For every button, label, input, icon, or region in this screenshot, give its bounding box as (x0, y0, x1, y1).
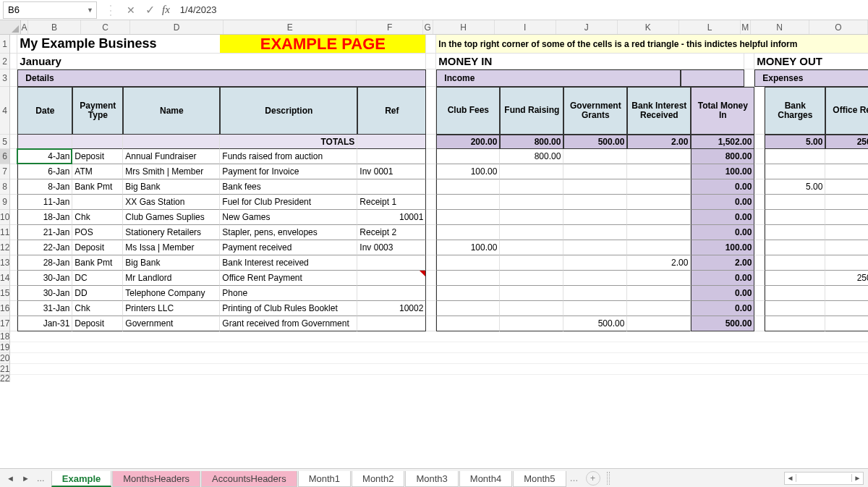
cells-area[interactable]: My Example Business EXAMPLE PAGE In the … (10, 35, 868, 382)
cell-name[interactable]: Mr Landlord (123, 271, 220, 286)
add-sheet-button[interactable]: + (586, 471, 600, 486)
cell-total-money-in[interactable]: 0.00 (691, 301, 754, 316)
cell-name[interactable]: Stationery Retailers (123, 225, 220, 240)
cell[interactable] (357, 135, 426, 149)
cell[interactable] (426, 54, 436, 69)
row-header-13[interactable]: 13 (0, 255, 9, 271)
cell[interactable] (10, 195, 17, 210)
cell-description[interactable]: Phone (220, 286, 357, 301)
cell-payment-type[interactable]: DC (72, 271, 123, 286)
cell[interactable] (426, 225, 436, 240)
cell-description[interactable]: New Games (220, 210, 357, 225)
cell[interactable] (426, 87, 436, 135)
cell-fund-raising[interactable] (500, 240, 563, 255)
cell-fund-raising[interactable] (500, 316, 563, 331)
cell-total-money-in[interactable]: 100.00 (691, 164, 754, 179)
cell-bank-interest[interactable] (627, 164, 691, 179)
cell-description[interactable]: Payment for Invoice (220, 164, 357, 179)
col-header-L[interactable]: L (679, 20, 741, 34)
total-gov-grants[interactable]: 500.00 (563, 135, 627, 149)
tab-month1[interactable]: Month1 (298, 471, 351, 487)
cell-bank-interest[interactable]: 2.00 (627, 255, 691, 271)
cell[interactable] (681, 69, 744, 87)
tab-example[interactable]: Example (51, 471, 111, 487)
cell-bank-charges[interactable] (765, 240, 825, 255)
cell-ref[interactable]: Receipt 2 (357, 225, 426, 240)
cell-description[interactable]: Bank fees (220, 179, 357, 195)
chevron-down-icon[interactable]: ▼ (87, 7, 93, 14)
col-header-M[interactable]: M (741, 20, 751, 34)
cell-description[interactable]: Payment received (220, 240, 357, 255)
hdr-club-fees[interactable]: Club Fees (436, 87, 500, 135)
cell-ref[interactable]: 10002 (357, 301, 426, 316)
cell-fund-raising[interactable] (500, 225, 563, 240)
cell-bank-charges[interactable] (765, 210, 825, 225)
cell-office-rent[interactable]: 250.00 (825, 271, 868, 286)
cell-payment-type[interactable]: Bank Pmt (72, 255, 123, 271)
total-club-fees[interactable]: 200.00 (436, 135, 500, 149)
month-label[interactable]: January (17, 54, 426, 69)
cell-date[interactable]: 21-Jan (17, 225, 72, 240)
row-header-10[interactable]: 10 (0, 210, 9, 225)
totals-label[interactable]: TOTALS (220, 135, 357, 149)
row-header-16[interactable]: 16 (0, 301, 9, 316)
name-box[interactable]: B6 ▼ (3, 1, 97, 19)
cell-date[interactable]: 31-Jan (17, 301, 72, 316)
row-header-12[interactable]: 12 (0, 240, 9, 255)
row-header-20[interactable]: 20 (0, 353, 9, 364)
cell[interactable] (754, 286, 765, 301)
tab-nav-prev-icon[interactable]: ◄ (3, 474, 18, 483)
cell-gov-grants[interactable]: 500.00 (563, 316, 627, 331)
cell-name[interactable]: Government (123, 316, 220, 331)
cell-club-fees[interactable] (436, 271, 500, 286)
cell[interactable] (10, 164, 17, 179)
cell-gov-grants[interactable] (563, 225, 627, 240)
cell[interactable] (426, 35, 436, 54)
cell[interactable] (426, 271, 436, 286)
cell-club-fees[interactable] (436, 316, 500, 331)
cell-date[interactable]: 22-Jan (17, 240, 72, 255)
cell-description[interactable]: Stapler, pens, envelopes (220, 225, 357, 240)
cell-name[interactable]: Telephone Company (123, 286, 220, 301)
row-header-1[interactable]: 1 (0, 35, 9, 54)
cell-total-money-in[interactable]: 2.00 (691, 255, 754, 271)
col-header-C[interactable]: C (81, 20, 130, 34)
cell[interactable] (10, 35, 17, 54)
row-header-15[interactable]: 15 (0, 286, 9, 301)
total-bank-interest[interactable]: 2.00 (627, 135, 691, 149)
cell[interactable] (754, 240, 765, 255)
details-header[interactable]: Details (17, 69, 426, 87)
fx-icon[interactable]: fx (162, 4, 170, 16)
cell-bank-interest[interactable] (627, 149, 691, 164)
cell-gov-grants[interactable] (563, 286, 627, 301)
cell[interactable] (744, 54, 754, 69)
cell-fund-raising[interactable] (500, 255, 563, 271)
hdr-total-money-in[interactable]: Total Money In (691, 87, 754, 135)
hdr-gov-grants[interactable]: Government Grants (563, 87, 627, 135)
cell-gov-grants[interactable] (563, 210, 627, 225)
cell[interactable] (426, 195, 436, 210)
cell[interactable] (754, 271, 765, 286)
cell-name[interactable]: Club Games Suplies (123, 210, 220, 225)
cell-gov-grants[interactable] (563, 149, 627, 164)
hdr-fund-raising[interactable]: Fund Raising (500, 87, 563, 135)
cell-gov-grants[interactable] (563, 240, 627, 255)
row-header-5[interactable]: 5 (0, 135, 9, 149)
cell-total-money-in[interactable]: 0.00 (691, 286, 754, 301)
cell-bank-charges[interactable] (765, 164, 825, 179)
cell-bank-interest[interactable] (627, 271, 691, 286)
cell[interactable] (426, 210, 436, 225)
cell-bank-interest[interactable] (627, 240, 691, 255)
cell[interactable] (426, 255, 436, 271)
row-header-19[interactable]: 19 (0, 342, 9, 353)
cell[interactable] (754, 255, 765, 271)
help-text[interactable]: In the top right corner of some of the c… (436, 35, 868, 54)
cell[interactable] (10, 135, 17, 149)
select-all-corner[interactable] (0, 20, 21, 34)
cell-office-rent[interactable] (825, 255, 868, 271)
cell-name[interactable]: XX Gas Station (123, 195, 220, 210)
cell-gov-grants[interactable] (563, 164, 627, 179)
cell[interactable] (426, 286, 436, 301)
cell-date[interactable]: 30-Jan (17, 271, 72, 286)
cell-office-rent[interactable] (825, 316, 868, 331)
